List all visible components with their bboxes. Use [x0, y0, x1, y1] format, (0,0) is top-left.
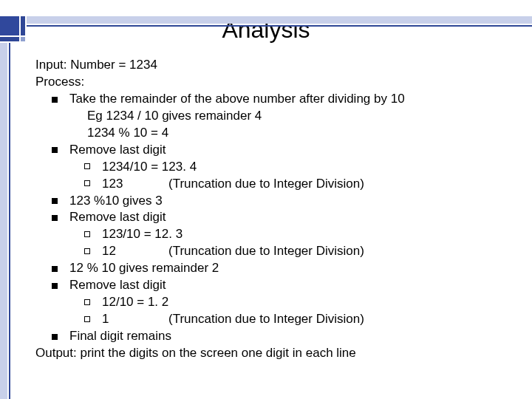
bullet-item: Take the remainder of the above number a… [35, 91, 510, 108]
bullet-cont: Eg 1234 / 10 gives remainder 4 [35, 108, 510, 125]
bullet-item: Remove last digit [35, 142, 510, 159]
bullet-item: 123 %10 gives 3 [35, 193, 510, 210]
subbullet-left: 1 [102, 311, 168, 328]
subbullet-item: 123 (Truncation due to Integer Division) [35, 176, 510, 193]
svg-rect-6 [0, 43, 7, 399]
subbullet-left: 123 [102, 176, 168, 193]
bullet-item: Remove last digit [35, 209, 510, 226]
subbullet-item: 12 (Truncation due to Integer Division) [35, 243, 510, 260]
slide-body: Input: Number = 1234 Process: Take the r… [35, 57, 510, 362]
bullet-item: Final digit remains [35, 328, 510, 345]
bullet-cont: 1234 % 10 = 4 [35, 125, 510, 142]
output-line: Output: print the digits on the screen o… [35, 345, 510, 362]
bullet-item: 12 % 10 gives remainder 2 [35, 260, 510, 277]
input-line: Input: Number = 1234 [35, 57, 510, 74]
subbullet-item: 1 (Truncation due to Integer Division) [35, 311, 510, 328]
subbullet-item: 123/10 = 12. 3 [35, 226, 510, 243]
svg-rect-7 [9, 43, 10, 399]
subbullet-right: (Truncation due to Integer Division) [168, 243, 364, 260]
subbullet-right: (Truncation due to Integer Division) [168, 176, 364, 193]
process-label: Process: [35, 74, 510, 91]
bullet-item: Remove last digit [35, 277, 510, 294]
subbullet-item: 1234/10 = 123. 4 [35, 159, 510, 176]
subbullet-item: 12/10 = 1. 2 [35, 294, 510, 311]
slide-title: Analysis [0, 16, 532, 44]
subbullet-right: (Truncation due to Integer Division) [168, 311, 364, 328]
subbullet-left: 12 [102, 243, 168, 260]
